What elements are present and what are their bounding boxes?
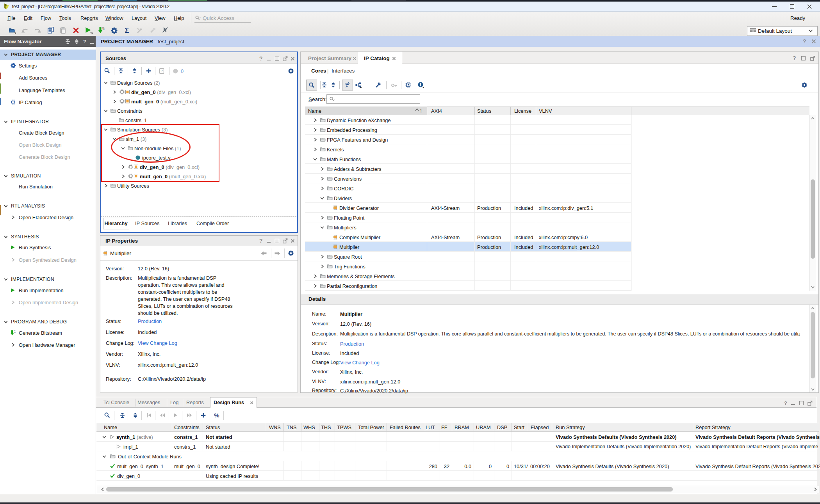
svg-text:10: 10 [102,28,105,30]
svg-text:10: 10 [14,332,16,333]
svg-text:?: ? [160,69,162,73]
